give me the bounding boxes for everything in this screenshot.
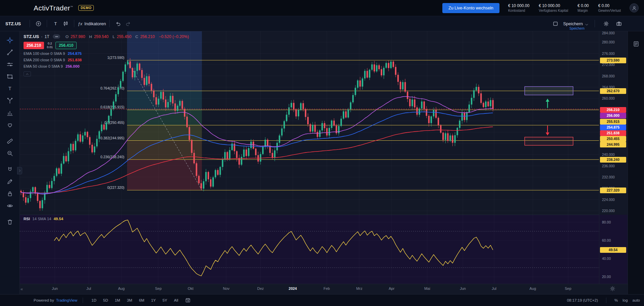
tool-ruler[interactable]	[4, 135, 15, 147]
chart-legend: STZ.US · 1T O257.980 H259.540 L255.450 C…	[24, 34, 189, 76]
account-metric-1: € 10 000.00Verfügbares Kapital	[539, 3, 568, 12]
sell-button[interactable]: 256.210	[24, 42, 44, 49]
indicator-label: EMA 200 close 0 SMA 9	[24, 58, 65, 62]
legend-symbol[interactable]: STZ.US	[24, 34, 39, 39]
tool-text[interactable]: T	[4, 83, 15, 94]
indicator-row-2[interactable]: EMA 50 close 0 SMA 9256.000	[24, 64, 189, 68]
tradingview-link[interactable]: TradingView	[56, 298, 77, 302]
symbol-tab[interactable]: STZ.US	[5, 21, 26, 26]
price-badge: 256.000	[600, 113, 626, 118]
tool-trash[interactable]	[4, 216, 15, 228]
indicator-row-1[interactable]: EMA 200 close 0 SMA 9251.838	[24, 58, 189, 62]
time-axis-label: Sep	[155, 286, 162, 291]
tool-trend-line[interactable]	[4, 46, 15, 58]
buy-button[interactable]: 256.410	[55, 42, 77, 49]
activtrader-app: ActivTrader™ DEMO Zu Live-Konto wechseln…	[0, 0, 644, 306]
chart-type-button[interactable]	[61, 19, 71, 29]
scroll-left-button[interactable]: «	[21, 286, 23, 292]
high-value: 259.540	[94, 34, 109, 39]
interval-button[interactable]: T	[50, 19, 61, 29]
time-axis-label: Feb	[324, 286, 330, 291]
price-badge: 49.54	[600, 247, 626, 253]
time-axis-label: Aug	[529, 286, 536, 291]
tool-magnet[interactable]	[4, 164, 15, 175]
indicator-value: 254.875	[68, 52, 82, 56]
price-badge: 262.670	[600, 88, 626, 94]
tool-pencil[interactable]	[4, 176, 15, 187]
rsi-params: 14 SMA 14	[32, 217, 51, 221]
rsi-name: RSI	[24, 217, 30, 221]
time-axis[interactable]: « JunJulAugSepOktNovDez2024FebMrzAprMaiJ…	[20, 284, 599, 294]
undo-button[interactable]	[113, 19, 123, 29]
svg-text:T: T	[8, 86, 11, 91]
time-axis-label: Mai	[424, 286, 430, 291]
price-badge: 256.210	[600, 107, 626, 113]
tool-heart[interactable]	[4, 119, 15, 131]
tool-eye[interactable]	[4, 200, 15, 211]
legend-title-row: STZ.US · 1T O257.980 H259.540 L255.450 C…	[24, 34, 189, 39]
close-value: 256.210	[140, 34, 155, 39]
tool-crosshair[interactable]	[4, 34, 15, 46]
toolbar-left: STZ.US T ƒx Indikatoren	[0, 19, 133, 29]
range-button-1m[interactable]: 1M	[112, 297, 123, 304]
rsi-legend: RSI 14 SMA 14 49.54	[24, 217, 63, 221]
range-buttons: 1D5D1M3M6M1Y5YAll	[88, 297, 181, 304]
tool-pitchfork[interactable]	[4, 95, 15, 106]
price-badge: 227.320	[600, 188, 626, 193]
range-button-6m[interactable]: 6M	[136, 297, 147, 304]
tool-lock[interactable]	[4, 188, 15, 199]
account-metric-2: € 0.00Margin	[577, 3, 589, 12]
avatar[interactable]	[630, 3, 639, 12]
layout-button[interactable]	[550, 19, 560, 29]
metric-value: € 10 000.00	[539, 3, 568, 8]
price-badge: 244.995	[600, 142, 626, 147]
range-button-3m[interactable]: 3M	[124, 297, 135, 304]
price-badge: 255.915	[600, 119, 626, 125]
toolbar-right: Speichern	[550, 19, 644, 29]
spread-top: 0.2	[47, 42, 53, 45]
spread-bottom: 0.01	[47, 45, 53, 49]
divider	[47, 20, 47, 27]
range-button-all[interactable]: All	[171, 297, 182, 304]
redo-button[interactable]	[123, 19, 133, 29]
auto-scale-button[interactable]: auto	[633, 298, 640, 302]
percent-scale-button[interactable]: %	[614, 298, 618, 302]
save-hint[interactable]: Speichern	[569, 27, 585, 30]
price-badge: 251.838	[600, 130, 626, 136]
news-button[interactable]	[633, 41, 639, 48]
price-tick: 240.000	[602, 152, 615, 157]
indicators-button[interactable]: ƒx Indikatoren	[78, 19, 106, 29]
screenshot-button[interactable]	[614, 19, 624, 29]
tool-horizontal-line[interactable]	[4, 59, 15, 70]
legend-collapse-button[interactable]	[24, 71, 31, 76]
clock[interactable]: 08:17:19 (UTC+2)	[567, 298, 598, 302]
svg-text:0.618(255.915): 0.618(255.915)	[100, 105, 124, 109]
price-tick: 220.000	[602, 208, 615, 213]
tool-rectangle[interactable]	[4, 71, 15, 82]
price-tick: 284.000	[602, 31, 615, 35]
legend-interval: 1T	[44, 34, 49, 39]
brand-name: ActivTrader™	[34, 4, 73, 12]
range-button-1d[interactable]: 1D	[88, 297, 99, 304]
divider	[109, 20, 110, 27]
range-button-5y[interactable]: 5Y	[159, 297, 170, 304]
range-button-1y[interactable]: 1Y	[148, 297, 159, 304]
chart-toolbar: STZ.US T ƒx Indikatoren Speichern	[0, 16, 644, 31]
go-to-date-button[interactable]	[185, 298, 191, 303]
axis-settings-gear-icon[interactable]	[610, 286, 615, 292]
chart-settings-button[interactable]	[601, 19, 611, 29]
svg-text:0.236(238.240): 0.236(238.240)	[100, 155, 124, 159]
chart-status-pill[interactable]	[53, 34, 60, 39]
time-axis-label: Okt	[188, 286, 193, 291]
price-scale[interactable]: 284.000280.000276.000272.000268.000264.0…	[599, 31, 628, 284]
symbol-search-button[interactable]	[33, 19, 43, 29]
tool-forecast[interactable]	[4, 107, 15, 118]
indicator-row-0[interactable]: EMA 100 close 0 SMA 9254.875	[24, 52, 189, 56]
tool-zoom[interactable]	[4, 147, 15, 159]
log-scale-button[interactable]: log	[622, 298, 628, 302]
sidebar-expand-handle[interactable]	[17, 167, 22, 174]
range-button-5d[interactable]: 5D	[100, 297, 111, 304]
divider	[83, 298, 83, 303]
notification-strip: 1	[628, 16, 644, 294]
switch-to-live-button[interactable]: Zu Live-Konto wechseln	[442, 3, 499, 13]
